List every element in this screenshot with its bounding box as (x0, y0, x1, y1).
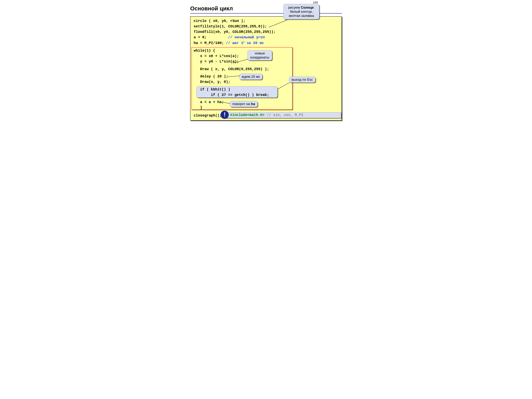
code-line-14: a = a + ha; (194, 101, 224, 104)
slide: 154 Основной цикл circle ( x0, y0, rSun … (184, 0, 348, 124)
callout-esc: выход по Esc (289, 77, 316, 82)
code-line-3: floodfill(x0, y0, COLOR(255,255,255)); (194, 30, 276, 34)
code-line-2: setfillstyle(1, COLOR(255,255,0)); (194, 25, 267, 28)
callout-wait: ждем 20 мс (239, 74, 262, 80)
page-number: 154 (313, 1, 318, 4)
code-line-15: } (194, 106, 202, 109)
callout-coords: новые координаты (247, 50, 272, 60)
code-line-1: circle ( x0, y0, rSun ); (194, 19, 245, 23)
callout-turn: поворот на ha (230, 101, 258, 107)
exclamation-icon: ! (221, 111, 229, 119)
callout-sun: рисуем Солнце: белый контур, желтая зали… (283, 4, 319, 19)
code-line-13: if ( 27 == getch() ) break; (194, 93, 269, 97)
code-line-6: while(1) { (194, 49, 215, 52)
code-line-7: x = x0 + L*cos(a); (194, 54, 239, 58)
include-text: #include<math.h> // sin, cos, M_PI (230, 113, 303, 117)
code-line-5: ha = M_PI/180; // шаг 1о за 20 мс (194, 41, 264, 45)
code-line-10: delay ( 20 ); (194, 75, 228, 78)
slide-title: Основной цикл (190, 5, 233, 12)
code-line-11: Draw(x, y, 0); (194, 80, 230, 84)
code-line-4: a = 0; // начальный угол (194, 36, 265, 39)
code-line-9: Draw ( x, y, COLOR(0,255,255) ); (194, 67, 269, 71)
code-line-12: if ( kbhit() ) (194, 88, 230, 91)
code-line-8: y = y0 - L*sin(a); (194, 60, 239, 63)
code-line-16: closegraph(); (194, 114, 222, 117)
